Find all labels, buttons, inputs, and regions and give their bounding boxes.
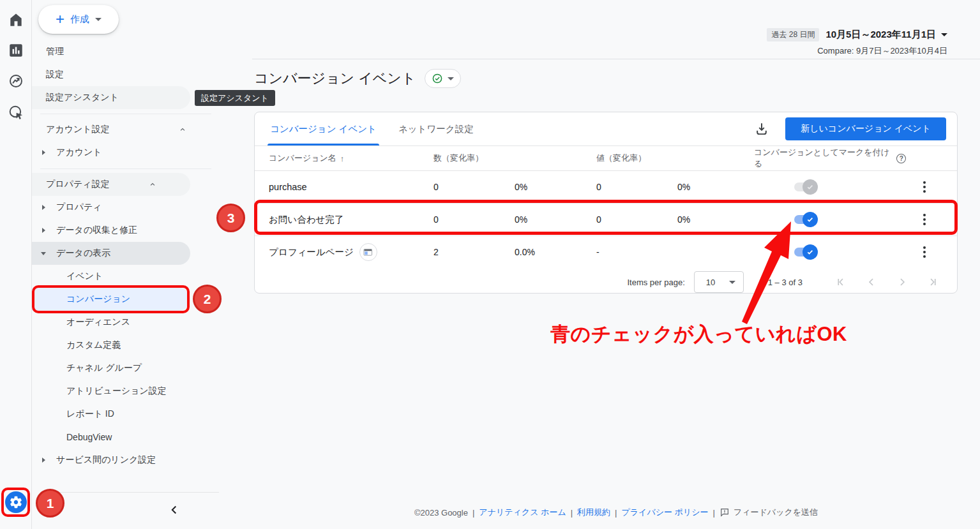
sidebar-bottom-divider	[40, 492, 219, 493]
check-icon	[805, 247, 815, 257]
sort-ascending-icon: ↑	[340, 154, 345, 163]
next-page-button[interactable]	[896, 276, 908, 288]
annotation-step-3: 3	[216, 204, 245, 232]
page-size-value: 10	[706, 278, 715, 287]
sidebar-item-reporting-identity[interactable]: レポート ID	[32, 403, 220, 426]
dropdown-caret-icon	[729, 281, 735, 284]
admin-sidebar: + 作成 管理 設定 設定アシスタント アカウント設定 アカウント プロパティ設…	[32, 0, 220, 529]
sidebar-item-audiences[interactable]: オーディエンス	[32, 311, 220, 334]
sidebar-item-management[interactable]: 管理	[32, 40, 220, 63]
paginator: Items per page: 10 1 – 3 of 3	[255, 268, 957, 296]
sidebar-item-setup-assistant[interactable]: 設定アシスタント	[32, 86, 190, 109]
help-icon[interactable]: ?	[896, 154, 906, 163]
sidebar-item-channel-groups[interactable]: チャネル グループ	[32, 357, 220, 380]
reports-icon[interactable]	[8, 42, 24, 59]
sidebar-item-label: データの収集と修正	[32, 225, 137, 236]
sidebar-item-data-display[interactable]: データの表示	[32, 242, 190, 265]
sidebar-section-account-settings[interactable]: アカウント設定	[32, 118, 220, 141]
sidebar-item-conversions[interactable]: コンバージョン	[32, 288, 190, 311]
admin-gear-highlight-box	[1, 488, 30, 517]
create-button[interactable]: + 作成	[38, 5, 119, 34]
send-feedback-link[interactable]: フィードバックを送信	[720, 507, 818, 518]
admin-gear-icon[interactable]	[5, 491, 27, 513]
page-size-select[interactable]: 10	[694, 271, 744, 293]
advertising-icon[interactable]	[8, 104, 24, 121]
download-icon	[753, 121, 770, 137]
previous-page-button[interactable]	[865, 276, 878, 288]
explore-icon[interactable]	[8, 73, 24, 89]
sidebar-item-data-collection[interactable]: データの収集と修正	[32, 219, 220, 242]
success-check-icon	[432, 73, 443, 84]
row-menu-kebab[interactable]	[923, 181, 926, 193]
sidebar-item-account[interactable]: アカウント	[32, 141, 220, 164]
sidebar-section-property-settings[interactable]: プロパティ設定	[32, 173, 190, 196]
sidebar-item-label: イベント	[32, 271, 103, 282]
row-menu-kebab[interactable]	[923, 246, 926, 258]
dropdown-caret-icon	[95, 18, 102, 21]
sidebar-item-label: 設定	[32, 69, 64, 80]
tabs-bar: コンバージョン イベント ネットワーク設定 新しいコンバージョン イベント	[255, 112, 957, 146]
sidebar-item-settings[interactable]: 設定	[32, 63, 220, 86]
check-icon	[805, 182, 815, 192]
items-per-page-label: Items per page:	[627, 278, 684, 287]
sidebar-item-events[interactable]: イベント	[32, 265, 220, 288]
date-range-selector[interactable]: 10月5日～2023年11月1日	[825, 29, 947, 41]
first-page-button[interactable]	[834, 276, 847, 288]
sidebar-item-property[interactable]: プロパティ	[32, 196, 220, 219]
dropdown-caret-icon	[448, 77, 454, 80]
collection-status-dropdown[interactable]	[425, 69, 461, 88]
value-change: 0%	[677, 182, 754, 192]
sidebar-item-label: オーディエンス	[32, 317, 130, 328]
tab-label: コンバージョン イベント	[270, 123, 377, 135]
sidebar-item-attribution-settings[interactable]: アトリビューション設定	[32, 380, 220, 403]
dropdown-caret-icon	[941, 33, 947, 36]
create-button-label: 作成	[70, 13, 89, 26]
tab-network-settings[interactable]: ネットワーク設定	[396, 112, 476, 145]
sidebar-divider	[40, 114, 211, 114]
compare-range-text: Compare: 9月7日～2023年10月4日	[767, 45, 947, 57]
date-range-area: 過去 28 日間 10月5日～2023年11月1日 Compare: 9月7日～…	[767, 28, 947, 57]
check-icon	[805, 214, 815, 225]
value-value: 0	[596, 214, 677, 225]
sidebar-item-label: カスタム定義	[32, 339, 121, 351]
count-value: 2	[433, 247, 515, 257]
sidebar-divider	[40, 168, 211, 169]
footer-separator: |	[472, 508, 474, 518]
network-source-icon	[359, 243, 377, 261]
sidebar-item-debugview[interactable]: DebugView	[32, 426, 220, 449]
analytics-home-link[interactable]: アナリティクス ホーム	[479, 507, 566, 518]
app-nav-rail	[0, 0, 32, 529]
mark-as-conversion-toggle[interactable]	[792, 244, 818, 260]
privacy-policy-link[interactable]: プライバシー ポリシー	[621, 507, 708, 518]
setup-assistant-tooltip: 設定アシスタント	[195, 90, 275, 106]
sidebar-item-label: 管理	[32, 46, 64, 57]
page-footer: ©2023 Google | アナリティクス ホーム | 利用規約 | プライバ…	[252, 507, 980, 518]
sidebar-item-custom-definitions[interactable]: カスタム定義	[32, 334, 220, 357]
collapse-arrow-icon	[41, 252, 46, 255]
row-menu-kebab[interactable]	[923, 214, 926, 225]
value-change: 0%	[677, 214, 754, 225]
new-conversion-event-button[interactable]: 新しいコンバージョン イベント	[785, 117, 946, 140]
collapse-sidebar-button[interactable]	[167, 503, 181, 517]
sidebar-item-product-links[interactable]: サービス間のリンク設定	[32, 449, 220, 472]
sidebar-item-label: アトリビューション設定	[32, 385, 167, 397]
footer-separator: |	[713, 508, 715, 518]
mark-as-conversion-toggle[interactable]	[792, 212, 818, 227]
sidebar-item-label: レポート ID	[32, 408, 114, 420]
expand-arrow-icon	[42, 150, 45, 155]
column-header-label: コンバージョン名	[269, 153, 336, 164]
column-header-label: コンバージョンとしてマークを付ける	[754, 147, 893, 170]
last-page-button[interactable]	[926, 276, 939, 288]
download-button[interactable]	[753, 121, 770, 137]
page-title-row: コンバージョン イベント	[254, 69, 461, 88]
value-value: 0	[596, 182, 677, 192]
expand-arrow-icon	[42, 458, 45, 463]
plus-icon: +	[56, 11, 64, 27]
event-name-label: プロフィールページ	[269, 246, 354, 258]
column-header-name[interactable]: コンバージョン名 ↑	[269, 153, 433, 164]
terms-link[interactable]: 利用規約	[577, 507, 610, 518]
tab-conversion-events[interactable]: コンバージョン イベント	[268, 112, 379, 145]
period-chip: 過去 28 日間	[767, 28, 819, 41]
home-icon[interactable]	[8, 11, 24, 28]
count-change: 0%	[515, 182, 596, 192]
